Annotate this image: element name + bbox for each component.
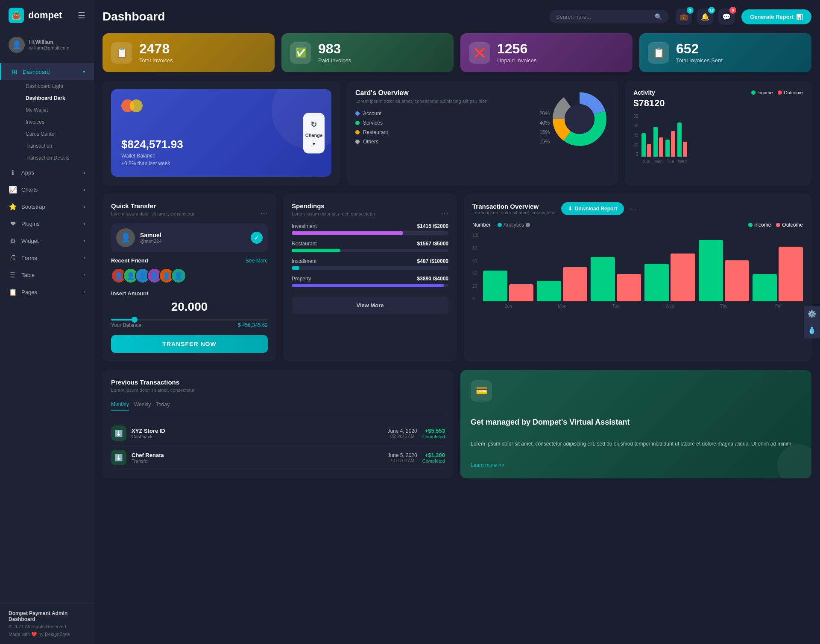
sidebar-item-label: Table <box>21 272 35 278</box>
settings-button[interactable]: ⚙️ <box>804 306 820 322</box>
recent-friends-header: Recent Friend See More <box>111 257 268 264</box>
spending-bar-fill <box>292 231 403 235</box>
txn-dots-icon[interactable]: ⋯ <box>629 204 637 213</box>
change-label: Change <box>305 132 322 137</box>
search-input[interactable] <box>556 14 651 20</box>
txn-red-bar-mon <box>563 267 587 301</box>
chevron-right-icon: › <box>84 255 85 260</box>
spendings-title: Spendings <box>292 202 375 210</box>
sidebar-subitem-dashboard-dark[interactable]: Dashboard Dark <box>17 92 94 104</box>
stat-info: 2478 Total Invoices <box>139 42 173 64</box>
user-greeting: Hi,William <box>29 39 69 45</box>
prev-txn-section: Previous Transactions Lorem ipsum dolor … <box>102 370 811 478</box>
balance-value: $ 456,345.62 <box>238 322 268 328</box>
legend-dot-services <box>355 121 360 125</box>
download-report-button[interactable]: ⬇ Download Report <box>561 202 624 215</box>
tab-weekly[interactable]: Weekly <box>134 402 151 410</box>
txn-analytics-toggle[interactable]: Analytics <box>498 222 530 228</box>
transfer-contact: 👤 Samuel @sum224 ✓ <box>111 223 268 252</box>
spendings-header: Spendings Lorem ipsum dolor sit amet, co… <box>292 202 448 223</box>
wallet-section: $824,571.93 Wallet Balance +0,8% than la… <box>102 81 340 185</box>
txn-row-info: Chef Renata Transfer <box>132 452 382 463</box>
mc-circle-right <box>130 99 143 112</box>
sidebar-subitem-transaction-details[interactable]: Transaction Details <box>17 152 94 164</box>
sidebar-subitem-cards-center[interactable]: Cards Center <box>17 128 94 140</box>
sidebar-item-pages[interactable]: 📋 Pages › <box>0 283 94 300</box>
amount-display: 20.000 <box>111 300 268 314</box>
txn-green-bar-mon <box>537 281 561 301</box>
outcome-legend: Outcome <box>778 90 803 95</box>
dots-menu-icon[interactable]: ⋯ <box>260 208 268 218</box>
txn-overview-card: Transaction Overview Lorem ipsum dolor s… <box>464 194 811 361</box>
right-actions: ⚙️ 💧 <box>804 306 820 338</box>
txn-green-bar-tue <box>591 257 615 301</box>
view-more-button[interactable]: View More <box>292 297 448 314</box>
amount-slider[interactable] <box>111 319 268 321</box>
income-label: Income <box>757 90 773 95</box>
message-badge: 8 <box>729 7 736 14</box>
sent-icon-wrap: 📋 <box>648 42 669 64</box>
stat-info: 652 Total Invoices Sent <box>676 42 723 64</box>
user-email: william@gmail.com <box>29 45 69 50</box>
txn-green-bar-wed <box>644 264 669 301</box>
tab-monthly[interactable]: Monthly <box>111 401 129 411</box>
slider-thumb <box>132 317 138 323</box>
generate-report-button[interactable]: Generate Report 📊 <box>741 9 811 24</box>
bar-green-wed <box>677 122 682 157</box>
sidebar-subitem-invoices[interactable]: Invoices <box>17 116 94 128</box>
stat-cards: 📋 2478 Total Invoices ✅ 983 Paid Invoice… <box>102 33 811 72</box>
friend-avatar-6[interactable]: 👤 <box>171 268 186 283</box>
txn-income-legend: Income <box>748 222 771 228</box>
sidebar-subitem-transaction[interactable]: Transaction <box>17 140 94 152</box>
hamburger-icon[interactable]: ☰ <box>78 10 85 20</box>
legend-dot-account <box>355 111 360 116</box>
card-overview-inner: Card's Overview Lorem ipsum dolor sit am… <box>355 89 609 149</box>
tab-today[interactable]: Today <box>156 402 170 410</box>
spendings-card: Spendings Lorem ipsum dolor sit amet, co… <box>283 194 457 361</box>
va-learn-more-link[interactable]: Learn more >> <box>471 462 801 468</box>
sidebar-item-bootstrap[interactable]: ⭐ Bootstrap › <box>0 198 94 215</box>
txn-green-bar-thu <box>699 240 723 301</box>
sidebar-item-charts[interactable]: 📈 Charts › <box>0 181 94 198</box>
change-button[interactable]: ↻ Change ▾ <box>303 113 325 153</box>
header-icons: 💼 2 🔔 12 💬 8 <box>676 9 735 25</box>
transfer-now-button[interactable]: TRANSFER NOW <box>111 335 268 353</box>
sidebar-item-table[interactable]: ☰ Table › <box>0 266 94 283</box>
theme-button[interactable]: 💧 <box>804 322 820 338</box>
spending-header: Restaurant $1567 /$5000 <box>292 241 448 247</box>
va-title: Get managed by Dompet's Virtual Assistan… <box>471 418 801 427</box>
txn-row-date: June 4, 2020 05:34:45 AM <box>387 428 417 439</box>
contact-avatar: 👤 <box>116 228 135 247</box>
friend-avatars: 👤 👤 👤 👤 👤 👤 <box>111 268 268 283</box>
spending-item-investment: Investment $1415 /$2000 <box>292 223 448 235</box>
see-all-link[interactable]: See More <box>246 258 268 264</box>
message-button[interactable]: 💬 8 <box>718 9 735 25</box>
contact-handle: @sum224 <box>140 239 161 244</box>
user-info: Hi,William william@gmail.com <box>29 39 69 50</box>
sidebar-item-forms[interactable]: 🖨 Forms › <box>0 249 94 266</box>
spending-item-installment: Installment $487 /$10000 <box>292 258 448 270</box>
footer-copyright: © 2021 All Rights Reserved <box>9 624 85 629</box>
txn-row-name: Chef Renata <box>132 452 382 458</box>
sidebar-subitem-dashboard-light[interactable]: Dashboard Light <box>17 80 94 92</box>
briefcase-button[interactable]: 💼 2 <box>676 9 692 25</box>
sidebar-item-apps[interactable]: ℹ Apps › <box>0 164 94 181</box>
sidebar-item-dashboard[interactable]: ⊞ Dashboard ▾ <box>0 63 94 80</box>
sidebar-item-label: Forms <box>21 255 37 261</box>
legend-item-others: Others 15% <box>355 139 550 145</box>
sidebar-subitem-my-wallet[interactable]: My Wallet <box>17 104 94 116</box>
txn-income-dot <box>748 223 753 227</box>
charts-icon: 📈 <box>9 185 17 194</box>
bell-badge: 12 <box>708 7 715 14</box>
sidebar-item-plugins[interactable]: ❤ Plugins › <box>0 215 94 232</box>
spending-bar-track <box>292 249 448 252</box>
sidebar-item-widget[interactable]: ⚙ Widget › <box>0 232 94 249</box>
pages-icon: 📋 <box>9 288 17 296</box>
txn-bar-group-fri <box>753 247 803 301</box>
paid-icon-wrap: ✅ <box>290 42 311 64</box>
bell-button[interactable]: 🔔 12 <box>697 9 713 25</box>
contact-check-icon: ✓ <box>251 232 263 244</box>
bar-chart <box>641 114 803 157</box>
quick-transfer-title: Quick Transfer <box>111 202 195 210</box>
spendings-dots-icon[interactable]: ⋯ <box>441 208 448 218</box>
